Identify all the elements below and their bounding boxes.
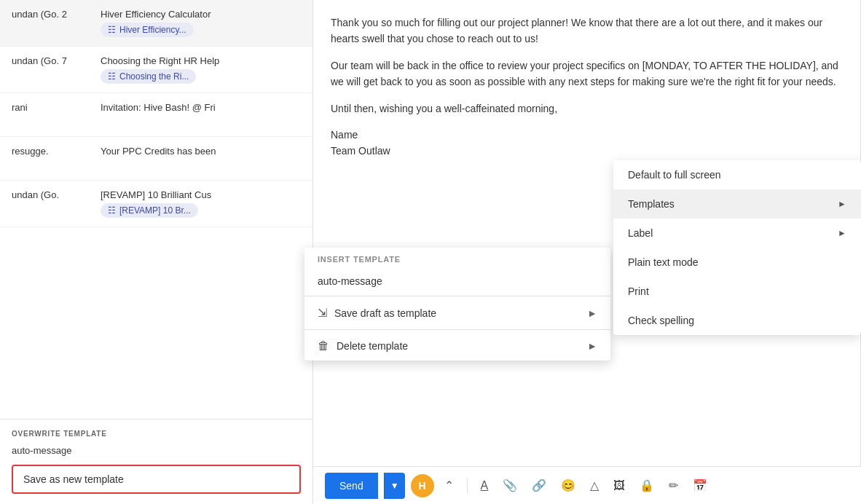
email-body-paragraph3: Until then, wishing you a well-caffeinat… xyxy=(331,101,843,117)
context-menu-item-plaintext[interactable]: Plain text mode xyxy=(613,248,861,277)
emoji-icon: 😊 xyxy=(561,479,575,492)
template-chip-5[interactable]: ☷ [REVAMP] 10 Br... xyxy=(101,203,198,218)
lock-button[interactable]: 🔒 xyxy=(635,476,658,495)
email-signature: Name Team Outlaw xyxy=(331,127,843,160)
drive-icon: △ xyxy=(590,479,599,492)
email-sender-2: undan (Go. 7 xyxy=(12,55,92,66)
chip-label-2: Choosing the Ri... xyxy=(119,71,189,82)
context-menu-label-templates: Templates xyxy=(628,198,675,210)
template-chip-2[interactable]: ☷ Choosing the Ri... xyxy=(101,69,196,84)
dropdown-divider-1 xyxy=(304,296,610,296)
email-right-5: [REVAMP] 10 Brilliant Cus ☷ [REVAMP] 10 … xyxy=(101,189,301,218)
send-button[interactable]: Send xyxy=(325,473,378,499)
main-container: undan (Go. 2 Hiver Efficiency Calculator… xyxy=(0,0,861,504)
email-item-5[interactable]: undan (Go. [REVAMP] 10 Brilliant Cus ☷ [… xyxy=(0,181,312,227)
chevron-up-icon: ⌃ xyxy=(444,479,454,492)
context-menu: Default to full screen Templates ► Label… xyxy=(613,160,861,335)
signature-name: Name xyxy=(331,127,843,143)
compose-toolbar: Send ▼ H ⌃ A 📎 🔗 😊 △ 🖼 🔒 xyxy=(313,466,861,504)
email-item-3[interactable]: rani Invitation: Hive Bash! @ Fri xyxy=(0,93,312,137)
context-menu-label-plaintext: Plain text mode xyxy=(628,256,699,268)
overwrite-template-name: auto-message xyxy=(12,444,301,457)
context-menu-item-print[interactable]: Print xyxy=(613,277,861,306)
context-menu-item-spellcheck[interactable]: Check spelling xyxy=(613,306,861,335)
signature-icon: ✏ xyxy=(669,479,678,492)
lock-icon: 🔒 xyxy=(640,479,654,492)
emoji-button[interactable]: 😊 xyxy=(557,476,580,495)
label-arrow-icon: ► xyxy=(838,228,846,238)
delete-template-item[interactable]: 🗑 Delete template ► xyxy=(304,331,610,361)
context-menu-item-label[interactable]: Label ► xyxy=(613,218,861,248)
context-menu-item-templates[interactable]: Templates ► xyxy=(613,189,861,218)
photo-icon: 🖼 xyxy=(613,479,625,492)
insert-template-dropdown: INSERT TEMPLATE auto-message ⇲ Save draf… xyxy=(304,248,610,361)
email-item-1[interactable]: undan (Go. 2 Hiver Efficiency Calculator… xyxy=(0,0,312,47)
template-option-auto-message[interactable]: auto-message xyxy=(304,268,610,294)
signature-team: Team Outlaw xyxy=(331,143,843,159)
chip-icon-2: ☷ xyxy=(108,71,116,82)
chip-label-1: Hiver Efficiency... xyxy=(119,25,186,35)
template-chip-1[interactable]: ☷ Hiver Efficiency... xyxy=(101,23,194,37)
email-item-2[interactable]: undan (Go. 7 Choosing the Right HR Help … xyxy=(0,47,312,93)
calendar-icon: 📅 xyxy=(693,479,707,492)
text-color-icon: A xyxy=(481,479,489,492)
context-menu-label-spellcheck: Check spelling xyxy=(628,315,694,326)
email-right-1: Hiver Efficiency Calculator ☷ Hiver Effi… xyxy=(101,9,301,37)
email-sender-4: resugge. xyxy=(12,146,92,157)
delete-template-label: Delete template xyxy=(337,340,408,352)
save-draft-icon: ⇲ xyxy=(318,306,327,320)
save-draft-label: Save draft as template xyxy=(334,307,436,319)
context-menu-label-fullscreen: Default to full screen xyxy=(628,169,721,181)
delete-icon: 🗑 xyxy=(318,339,329,353)
drive-button[interactable]: △ xyxy=(586,476,603,495)
email-sender-1: undan (Go. 2 xyxy=(12,9,92,20)
save-draft-as-template-item[interactable]: ⇲ Save draft as template ► xyxy=(304,298,610,328)
photo-button[interactable]: 🖼 xyxy=(609,476,629,495)
email-subject-2: Choosing the Right HR Help xyxy=(101,55,301,66)
toolbar-separator-1 xyxy=(467,479,468,493)
link-icon: 🔗 xyxy=(532,479,546,492)
dropdown-divider-2 xyxy=(304,329,610,330)
save-new-template-button[interactable]: Save as new template xyxy=(12,465,301,494)
email-sender-3: rani xyxy=(12,102,92,113)
attachment-button[interactable]: 📎 xyxy=(498,476,522,495)
save-draft-arrow-icon: ► xyxy=(587,307,597,319)
attachment-icon: 📎 xyxy=(503,479,517,492)
context-menu-item-fullscreen[interactable]: Default to full screen xyxy=(613,160,861,189)
text-color-button[interactable]: A xyxy=(476,476,493,495)
insert-template-header: INSERT TEMPLATE xyxy=(304,248,610,268)
overwrite-label: OVERWRITE TEMPLATE xyxy=(12,430,301,438)
email-subject-1: Hiver Efficiency Calculator xyxy=(101,9,301,20)
chip-label-5: [REVAMP] 10 Br... xyxy=(119,205,191,216)
email-right-4: Your PPC Credits has been xyxy=(101,146,301,160)
email-list-panel: undan (Go. 2 Hiver Efficiency Calculator… xyxy=(0,0,313,504)
chip-icon-1: ☷ xyxy=(108,25,116,35)
email-sender-5: undan (Go. xyxy=(12,189,92,200)
overwrite-section: OVERWRITE TEMPLATE auto-message Save as … xyxy=(0,419,312,504)
templates-arrow-icon: ► xyxy=(838,199,846,209)
email-item-4[interactable]: resugge. Your PPC Credits has been xyxy=(0,137,312,181)
email-subject-5: [REVAMP] 10 Brilliant Cus xyxy=(101,189,301,200)
chevron-up-icon-btn[interactable]: ⌃ xyxy=(440,476,458,495)
hiver-icon: H xyxy=(419,480,426,492)
chip-icon-5: ☷ xyxy=(108,205,116,216)
send-dropdown-button[interactable]: ▼ xyxy=(384,473,405,499)
calendar-button[interactable]: 📅 xyxy=(688,476,712,495)
context-menu-label-label: Label xyxy=(628,227,653,239)
hiver-button[interactable]: H xyxy=(411,474,434,497)
context-menu-label-print: Print xyxy=(628,286,649,297)
email-subject-4: Your PPC Credits has been xyxy=(101,146,301,157)
email-body-paragraph1: Thank you so much for filling out our pr… xyxy=(331,15,843,47)
email-right-2: Choosing the Right HR Help ☷ Choosing th… xyxy=(101,55,301,84)
email-subject-3: Invitation: Hive Bash! @ Fri xyxy=(101,102,301,113)
email-right-3: Invitation: Hive Bash! @ Fri xyxy=(101,102,301,116)
email-body-paragraph2: Our team will be back in the office to r… xyxy=(331,58,843,90)
signature-button[interactable]: ✏ xyxy=(664,476,683,495)
delete-template-arrow-icon: ► xyxy=(587,340,597,352)
send-dropdown-arrow-icon: ▼ xyxy=(390,481,399,491)
link-button[interactable]: 🔗 xyxy=(527,476,551,495)
